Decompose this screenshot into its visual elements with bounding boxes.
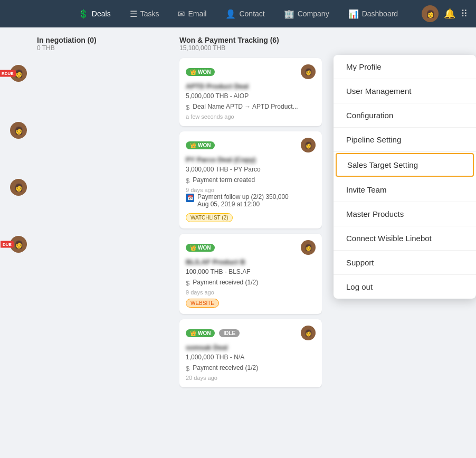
email-icon: ✉ [178, 9, 185, 19]
won-payment-title: Won & Payment Tracking (6) [179, 36, 322, 44]
nav-company-label: Company [298, 9, 329, 18]
nav-tasks[interactable]: ☰ Tasks [122, 6, 167, 22]
won-badge-1: 👑 WON [186, 68, 215, 76]
card-time-1: a few seconds ago [186, 113, 316, 120]
website-badge: WEBSITE [186, 299, 219, 308]
won-payment-header: Won & Payment Tracking (6) 15,100,000 TH… [179, 36, 322, 52]
payment-follow-text: Payment follow up (2/2) 350,000 Aug 05, … [197, 193, 289, 208]
main-area: 👩 RDUE 👩 👩 👩 DUE In negotiation (0) 0 TH… [0, 27, 476, 458]
card-time-2: 9 days ago [186, 187, 316, 193]
dollar-icon-3: $ [186, 279, 189, 287]
nav-contact[interactable]: 👤 Contact [218, 6, 272, 22]
avatar-2: 👩 [10, 122, 27, 139]
avatar-3: 👩 [10, 179, 27, 196]
card-detail-1: $ Deal Name APTD → APTD Product... [186, 103, 316, 111]
deal-card-4[interactable]: 👑 WON IDLE 👩 somsak Deal 1,000,000 THB -… [179, 319, 322, 387]
nav-dashboard-label: Dashboard [362, 9, 398, 18]
card-detail-text-1: Deal Name APTD → APTD Product... [193, 103, 298, 110]
in-negotiation-subtitle: 0 THB [37, 44, 179, 52]
deal-card-1[interactable]: 👑 WON 👩 APTD Product Deal 5,000,000 THB … [179, 58, 322, 126]
calendar-icon: 📅 [186, 194, 194, 202]
nav-right-controls: 👩 🔔 ⠿ [422, 5, 468, 22]
menu-user-management[interactable]: User Management [334, 79, 476, 103]
crown-icon-3: 👑 [190, 245, 196, 251]
nav-deals[interactable]: 💲 Deals [71, 6, 118, 22]
deal-card-3[interactable]: 👑 WON 👩 BLS.AF Product B 100,000 THB - B… [179, 234, 322, 314]
company-icon: 🏢 [284, 9, 294, 19]
card-amount-1: 5,000,000 THB - AIOP [186, 92, 316, 100]
dollar-icon-4: $ [186, 365, 189, 373]
dashboard-icon: 📊 [348, 9, 359, 19]
nav-company[interactable]: 🏢 Company [277, 6, 337, 22]
contact-icon: 👤 [225, 9, 236, 19]
menu-support[interactable]: Support [334, 251, 476, 275]
user-avatar[interactable]: 👩 [422, 5, 439, 22]
menu-connect-wisible-linebot[interactable]: Connect Wisible Linebot [334, 226, 476, 251]
card-detail-text-4: Payment received (1/2) [193, 364, 258, 371]
overdue-badge-1: RDUE [0, 70, 16, 77]
grid-menu-icon[interactable]: ⠿ [461, 8, 468, 20]
card-amount-3: 100,000 THB - BLS.AF [186, 268, 316, 275]
nav-email[interactable]: ✉ Email [170, 6, 214, 22]
card-amount-2: 3,000,000 THB - PY Parco [186, 166, 316, 173]
tasks-icon: ☰ [130, 9, 137, 19]
crown-icon-4: 👑 [190, 330, 196, 336]
notification-bell-icon[interactable]: 🔔 [444, 8, 455, 20]
card-time-3: 9 days ago [186, 289, 316, 295]
card-name-3: BLS.AF Product B [186, 258, 316, 266]
card-name-1: APTD Product Deal [186, 82, 316, 90]
card-detail-text-3: Payment received (1/2) [193, 279, 258, 286]
menu-pipeline-setting[interactable]: Pipeline Setting [334, 128, 476, 152]
nav-contact-label: Contact [239, 9, 264, 18]
card-avatar-1: 👩 [301, 64, 316, 79]
in-negotiation-title: In negotiation (0) [37, 36, 179, 44]
won-badge-3: 👑 WON [186, 244, 215, 252]
menu-my-profile[interactable]: My Profile [334, 55, 476, 79]
card-detail-4: $ Payment received (1/2) [186, 364, 316, 373]
card-avatar-3: 👩 [301, 240, 316, 255]
won-badge-2: 👑 WON [186, 141, 215, 149]
menu-invite-team[interactable]: Invite Team [334, 178, 476, 202]
won-payment-column: Won & Payment Tracking (6) 15,100,000 TH… [179, 27, 322, 458]
watchlist-badge: WATCHLIST (2) [186, 213, 233, 222]
card-time-4: 20 days ago [186, 375, 316, 381]
deals-icon: 💲 [78, 9, 89, 19]
card-name-4: somsak Deal [186, 344, 316, 351]
deal-card-2[interactable]: 👑 WON 👩 PY Parco Deal (Copy) 3,000,000 T… [179, 131, 322, 228]
overdue-badge-2: DUE [1, 241, 14, 248]
in-negotiation-header: In negotiation (0) 0 THB [37, 36, 179, 52]
top-navigation: 💲 Deals ☰ Tasks ✉ Email 👤 Contact 🏢 Comp… [0, 0, 476, 27]
nav-deals-label: Deals [92, 9, 111, 18]
card-avatar-2: 👩 [301, 138, 316, 152]
menu-configuration[interactable]: Configuration [334, 103, 476, 128]
in-negotiation-column: In negotiation (0) 0 THB [37, 27, 179, 458]
card-avatar-4: 👩 [301, 326, 316, 340]
payment-follow-detail: 📅 Payment follow up (2/2) 350,000 Aug 05… [186, 193, 316, 208]
crown-icon-1: 👑 [190, 69, 196, 75]
dollar-icon-1: $ [186, 103, 189, 111]
idle-badge: IDLE [219, 329, 240, 337]
card-detail-text-2: Payment term created [193, 176, 255, 184]
nav-tasks-label: Tasks [140, 9, 159, 18]
left-stub-column: 👩 RDUE 👩 👩 👩 DUE [0, 27, 37, 458]
menu-logout[interactable]: Log out [334, 275, 476, 299]
crown-icon-2: 👑 [190, 142, 196, 148]
dollar-icon-2: $ [186, 177, 189, 185]
card-detail-3: $ Payment received (1/2) [186, 279, 316, 287]
won-payment-subtitle: 15,100,000 THB [179, 44, 322, 52]
won-badge-4: 👑 WON [186, 329, 215, 337]
nav-email-label: Email [188, 9, 206, 18]
dropdown-menu: My Profile User Management Configuration… [334, 55, 476, 299]
menu-master-products[interactable]: Master Products [334, 202, 476, 226]
menu-sales-target-setting[interactable]: Sales Target Setting [336, 153, 474, 177]
card-name-2: PY Parco Deal (Copy) [186, 156, 316, 164]
card-detail-2: $ Payment term created [186, 176, 316, 185]
card-amount-4: 1,000,000 THB - N/A [186, 354, 316, 361]
nav-dashboard[interactable]: 📊 Dashboard [341, 6, 406, 22]
